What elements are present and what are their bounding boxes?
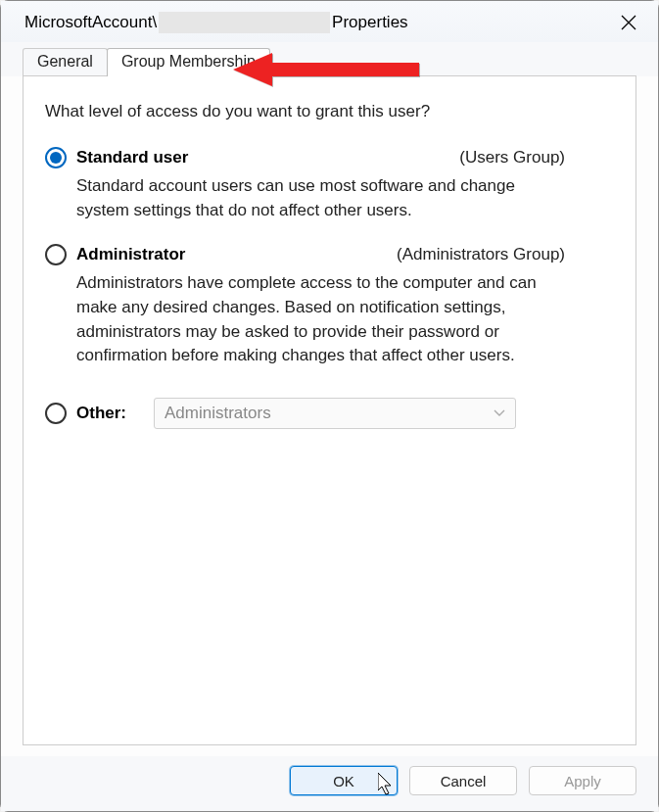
- label-administrator[interactable]: Administrator: [76, 245, 185, 264]
- option-standard-user: Standard user (Users Group) Standard acc…: [45, 147, 614, 222]
- ok-button[interactable]: OK: [290, 766, 398, 795]
- tab-strip: General Group Membership: [1, 42, 658, 76]
- close-icon: [621, 15, 636, 30]
- option-other: Other: Administrators: [45, 398, 614, 429]
- chevron-down-icon: [494, 406, 505, 420]
- option-administrator: Administrator (Administrators Group) Adm…: [45, 244, 614, 368]
- dialog-buttons: OK Cancel Apply: [1, 756, 658, 811]
- desc-administrator: Administrators have complete access to t…: [76, 271, 555, 368]
- window-title: MicrosoftAccount\ Properties: [24, 12, 408, 33]
- label-other[interactable]: Other:: [76, 404, 126, 423]
- desc-standard-user: Standard account users can use most soft…: [76, 174, 555, 222]
- group-standard-user: (Users Group): [459, 148, 614, 167]
- close-button[interactable]: [613, 7, 644, 38]
- access-prompt: What level of access do you want to gran…: [45, 102, 614, 121]
- title-redacted: [159, 12, 330, 33]
- title-prefix: MicrosoftAccount\: [24, 13, 157, 32]
- tab-group-membership[interactable]: Group Membership: [107, 48, 270, 76]
- titlebar: MicrosoftAccount\ Properties: [1, 1, 658, 42]
- radio-standard-user[interactable]: [45, 147, 67, 168]
- radio-other[interactable]: [45, 403, 67, 424]
- apply-button[interactable]: Apply: [529, 766, 636, 795]
- properties-dialog: MicrosoftAccount\ Properties General Gro…: [0, 0, 659, 812]
- other-dropdown-value: Administrators: [165, 404, 271, 423]
- tab-panel: What level of access do you want to gran…: [23, 75, 636, 745]
- cancel-button[interactable]: Cancel: [409, 766, 517, 795]
- title-suffix: Properties: [332, 13, 407, 32]
- other-dropdown[interactable]: Administrators: [154, 398, 516, 429]
- group-administrator: (Administrators Group): [397, 245, 614, 264]
- radio-administrator[interactable]: [45, 244, 67, 265]
- tab-general[interactable]: General: [23, 48, 108, 76]
- label-standard-user[interactable]: Standard user: [76, 148, 188, 167]
